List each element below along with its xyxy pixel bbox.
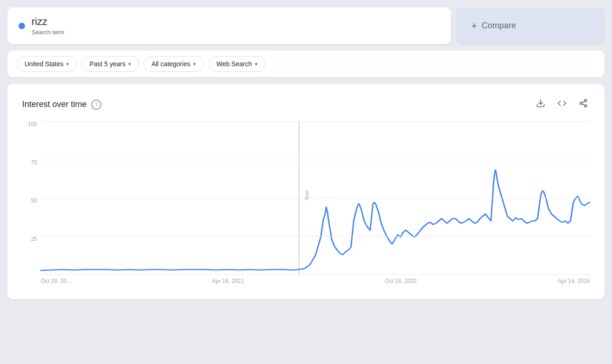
chart-actions xyxy=(534,97,590,112)
term-color-dot xyxy=(19,23,25,29)
search-term-label: Search term xyxy=(32,29,64,36)
chart-container: 100 75 50 25 Note xyxy=(22,121,590,288)
chevron-down-icon: ▾ xyxy=(255,61,258,67)
x-label-2022: Oct 16, 2022 xyxy=(385,278,417,284)
filter-search-type-label: Web Search xyxy=(216,60,252,68)
y-label-75: 75 xyxy=(31,160,37,165)
y-axis: 100 75 50 25 xyxy=(22,121,41,274)
filter-category-label: All categories xyxy=(151,60,190,68)
chevron-down-icon: ▾ xyxy=(128,61,131,67)
y-label-25: 25 xyxy=(31,236,37,242)
note-line xyxy=(299,121,299,274)
share-button[interactable] xyxy=(577,97,590,112)
download-button[interactable] xyxy=(534,97,547,112)
x-label-start: Oct 20, 20... xyxy=(41,278,71,284)
compare-card[interactable]: + Compare xyxy=(456,7,605,44)
embed-button[interactable] xyxy=(555,97,568,112)
compare-label: Compare xyxy=(482,21,516,31)
filter-time-range[interactable]: Past 5 years ▾ xyxy=(82,56,139,72)
filter-search-type[interactable]: Web Search ▾ xyxy=(208,56,265,72)
chevron-down-icon: ▾ xyxy=(66,61,69,67)
embed-icon xyxy=(557,99,567,108)
filter-location[interactable]: United States ▾ xyxy=(17,56,77,72)
chart-area: Note xyxy=(41,121,590,274)
grid-line-75 xyxy=(41,160,590,160)
filter-time-range-label: Past 5 years xyxy=(89,60,126,68)
grid-line-100 xyxy=(41,121,590,122)
chart-card: Interest over time ? 100 75 50 25 xyxy=(7,84,605,299)
help-icon[interactable]: ? xyxy=(91,100,101,110)
x-label-2024: Apr 14, 2024 xyxy=(558,278,590,284)
filter-location-label: United States xyxy=(25,60,63,68)
grid-line-25 xyxy=(41,236,590,237)
y-label-100: 100 xyxy=(28,121,37,127)
search-term-name: rizz xyxy=(32,16,64,28)
grid-line-50 xyxy=(41,198,590,198)
search-term-card: rizz Search term xyxy=(7,7,451,44)
trend-polyline xyxy=(41,170,590,270)
share-icon xyxy=(579,99,588,108)
chart-header: Interest over time ? xyxy=(22,97,590,112)
filters-row: United States ▾ Past 5 years ▾ All categ… xyxy=(7,50,605,77)
y-label-50: 50 xyxy=(31,198,37,203)
chart-title-row: Interest over time ? xyxy=(22,100,101,110)
note-text: Note xyxy=(304,190,309,200)
svg-line-5 xyxy=(582,101,585,102)
chart-title: Interest over time xyxy=(22,100,87,109)
chevron-down-icon: ▾ xyxy=(193,61,196,67)
filter-category[interactable]: All categories ▾ xyxy=(144,56,204,72)
x-label-2021: Apr 18, 2021 xyxy=(212,278,244,284)
svg-line-4 xyxy=(582,104,585,105)
download-icon xyxy=(536,99,545,108)
x-axis: Oct 20, 20... Apr 18, 2021 Oct 16, 2022 … xyxy=(41,274,590,288)
compare-plus-icon: + xyxy=(471,20,477,32)
